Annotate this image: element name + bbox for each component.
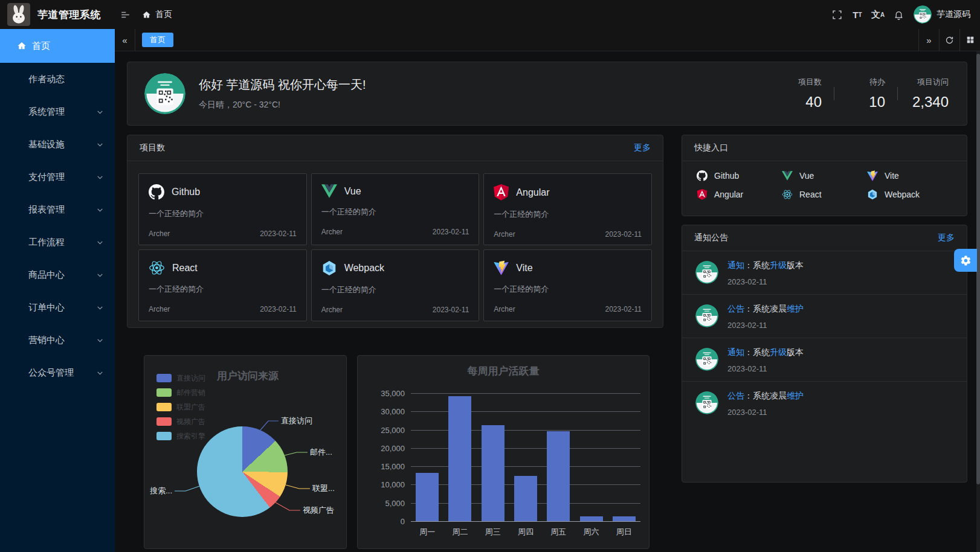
webpack-icon <box>867 189 878 200</box>
project-name: React <box>172 263 198 274</box>
projects-more-link[interactable]: 更多 <box>634 143 651 153</box>
breadcrumb[interactable]: 首页 <box>142 9 172 20</box>
bar-y-tick: 30,000 <box>363 407 405 416</box>
app-header: 芋道管理系统 首页 TT 文A 芋道源码 <box>0 0 980 29</box>
notice-item-1[interactable]: 通知：系统升级版本2023-02-11 <box>682 251 967 294</box>
scroll-tabs-right-button[interactable]: » <box>918 29 939 51</box>
projects-panel: 项目数 更多 Github一个正经的简介Archer2023-02-11Vue一… <box>127 135 663 328</box>
refresh-button[interactable] <box>939 29 959 51</box>
shortcut-vite[interactable]: Vite <box>867 170 952 181</box>
pie-callout-label: 联盟... <box>312 484 335 493</box>
bar-gridline <box>411 430 640 431</box>
project-card-angular[interactable]: Angular一个正经的简介Archer2023-02-11 <box>483 173 652 245</box>
stat-item: 项目数40 <box>783 77 822 111</box>
project-desc: 一个正经的简介 <box>494 284 642 295</box>
bar-y-tick: 0 <box>363 517 405 526</box>
project-card-github[interactable]: Github一个正经的简介Archer2023-02-11 <box>138 173 307 245</box>
notice-item-date: 2023-02-11 <box>727 364 804 373</box>
sidebar-item-9[interactable]: 营销中心 <box>0 324 115 356</box>
bar-周五 <box>547 431 570 521</box>
collapse-tabs-left-button[interactable]: « <box>115 29 135 51</box>
shortcut-label: Webpack <box>885 190 920 199</box>
shortcut-label: Vite <box>885 171 899 181</box>
notice-item-2[interactable]: 公告：系统凌晨维护2023-02-11 <box>682 294 967 338</box>
notice-avatar <box>695 391 718 414</box>
project-date: 2023-02-11 <box>433 306 469 314</box>
chevron-down-icon <box>96 239 104 246</box>
pie-callout-label: 直接访问 <box>281 416 312 425</box>
legend-label: 邮件营销 <box>176 388 205 398</box>
project-card-webpack[interactable]: Webpack一个正经的简介Archer2023-02-11 <box>311 249 480 321</box>
react-icon <box>782 189 793 200</box>
username: 芋道源码 <box>936 9 970 20</box>
sidebar-item-3[interactable]: 基础设施 <box>0 128 115 161</box>
bar-gridline <box>411 521 640 522</box>
notice-avatar <box>695 261 718 284</box>
home-icon <box>142 10 151 19</box>
sidebar-item-label: 基础设施 <box>28 139 65 150</box>
language-icon[interactable]: 文A <box>868 0 888 29</box>
sidebar-item-8[interactable]: 订单中心 <box>0 291 115 324</box>
shortcut-github[interactable]: Github <box>697 170 782 181</box>
sidebar-item-2[interactable]: 系统管理 <box>0 95 115 128</box>
notice-item-3[interactable]: 通知：系统升级版本2023-02-11 <box>682 338 967 381</box>
sidebar-item-10[interactable]: 公众号管理 <box>0 356 115 389</box>
stat-value: 40 <box>783 94 822 111</box>
legend-item-5[interactable]: 搜索引擎 <box>156 429 205 443</box>
vite-icon <box>494 260 509 275</box>
project-card-vite[interactable]: Vite一个正经的简介Archer2023-02-11 <box>483 249 652 321</box>
project-author: Archer <box>494 305 515 313</box>
webpack-icon <box>321 260 337 276</box>
legend-item-1[interactable]: 直接访问 <box>156 371 205 385</box>
fold-icon[interactable] <box>118 7 132 22</box>
chevron-down-icon <box>96 336 104 344</box>
shortcut-webpack[interactable]: Webpack <box>867 189 952 200</box>
legend-swatch <box>156 417 172 426</box>
legend-item-2[interactable]: 邮件营销 <box>156 385 205 400</box>
vue-icon <box>321 184 337 198</box>
bar-x-label: 周四 <box>509 527 542 538</box>
project-author: Archer <box>494 230 515 239</box>
legend-item-4[interactable]: 视频广告 <box>156 414 205 429</box>
bar-chart: 05,00010,00015,00020,00025,00030,00035,0… <box>358 356 650 550</box>
stat-divider <box>834 87 834 100</box>
sidebar: 首页作者动态系统管理基础设施支付管理报表管理工作流程商品中心订单中心营销中心公众… <box>0 29 115 552</box>
notice-item-title: 公告：系统凌晨维护 <box>727 390 804 402</box>
project-name: Vue <box>344 186 361 197</box>
app-logo[interactable] <box>7 3 30 26</box>
sidebar-item-4[interactable]: 支付管理 <box>0 161 115 193</box>
font-size-icon[interactable]: TT <box>847 0 868 29</box>
layout-grid-button[interactable] <box>959 29 980 51</box>
tab-home[interactable]: 首页 <box>142 33 173 47</box>
project-card-vue[interactable]: Vue一个正经的简介Archer2023-02-11 <box>311 173 480 245</box>
project-author: Archer <box>321 228 343 236</box>
settings-fab[interactable] <box>954 249 977 272</box>
sidebar-item-6[interactable]: 工作流程 <box>0 226 115 258</box>
sidebar-item-7[interactable]: 商品中心 <box>0 258 115 291</box>
shortcut-label: Angular <box>714 190 743 199</box>
sidebar-item-1[interactable]: 作者动态 <box>0 63 115 95</box>
shortcut-react[interactable]: React <box>782 189 867 200</box>
legend-item-3[interactable]: 联盟广告 <box>156 400 205 414</box>
sidebar-item-label: 首页 <box>32 40 50 52</box>
shortcut-vue[interactable]: Vue <box>782 170 867 181</box>
breadcrumb-label: 首页 <box>155 9 172 20</box>
projects-grid: Github一个正经的简介Archer2023-02-11Vue一个正经的简介A… <box>127 161 663 333</box>
notice-item-date: 2023-02-11 <box>727 321 804 330</box>
user-menu[interactable]: 芋道源码 <box>914 5 970 24</box>
shortcut-angular[interactable]: Angular <box>697 189 782 200</box>
fullscreen-icon[interactable] <box>827 0 847 29</box>
sidebar-item-5[interactable]: 报表管理 <box>0 193 115 226</box>
notice-item-4[interactable]: 公告：系统凌晨维护2023-02-11 <box>682 381 967 425</box>
bell-icon[interactable] <box>888 0 909 29</box>
github-icon <box>149 184 164 200</box>
notice-title: 通知公告 <box>694 233 728 243</box>
projects-title: 项目数 <box>140 143 165 153</box>
notice-more-link[interactable]: 更多 <box>938 233 955 243</box>
bar-y-tick: 35,000 <box>363 389 405 398</box>
vite-icon <box>867 170 878 181</box>
project-card-react[interactable]: React一个正经的简介Archer2023-02-11 <box>138 249 307 321</box>
sidebar-item-label: 作者动态 <box>28 74 65 85</box>
legend-label: 直接访问 <box>176 373 205 384</box>
sidebar-item-home[interactable]: 首页 <box>0 29 115 63</box>
